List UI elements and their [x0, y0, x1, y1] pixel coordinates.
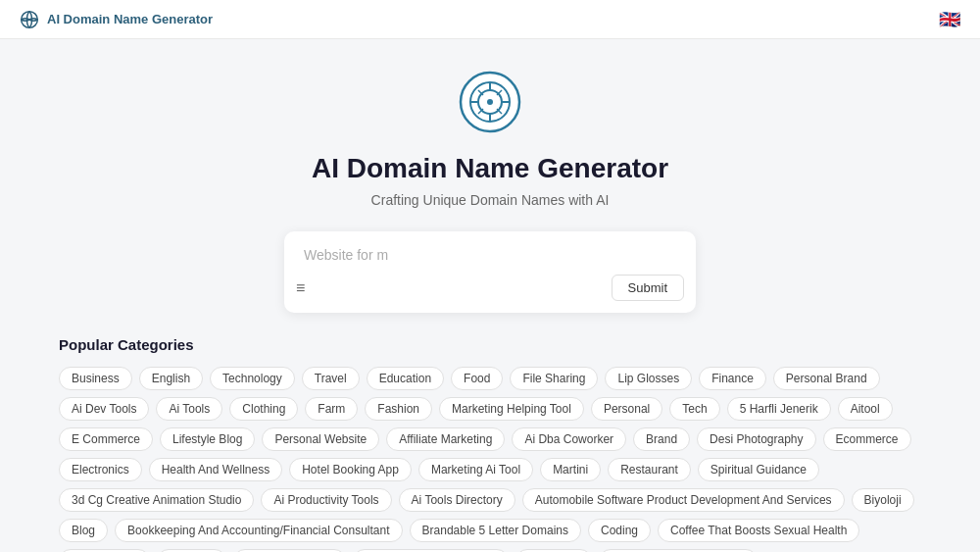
tag-item[interactable]: Lip Glosses [605, 367, 692, 390]
tag-item[interactable]: Electronics [59, 458, 142, 481]
tag-item[interactable]: Brandable 5 Letter Domains [410, 519, 581, 542]
tag-item[interactable]: Farm [305, 397, 358, 421]
search-box: ≡ Submit [284, 231, 696, 313]
tag-item[interactable]: Affiliate Marketing [386, 427, 505, 451]
tag-item[interactable]: Health And Wellness [149, 458, 283, 481]
tag-item[interactable]: Brand [633, 427, 690, 451]
tag-item[interactable]: Aitool [838, 397, 893, 421]
header: AI Domain Name Generator 🇬🇧 [0, 0, 980, 39]
tag-item[interactable]: Hotel Booking App [289, 458, 412, 481]
language-flag[interactable]: 🇬🇧 [939, 9, 960, 30]
tag-item[interactable]: Food [451, 367, 503, 390]
search-footer: ≡ Submit [296, 275, 684, 301]
tag-item[interactable]: File Sharing [510, 367, 598, 390]
hero-title: AI Domain Name Generator [20, 153, 960, 184]
hero-icon [459, 71, 521, 133]
tag-item[interactable]: Ai Tools Directory [399, 488, 515, 512]
tag-item[interactable]: Martini [540, 458, 601, 481]
tag-item[interactable]: Clothing [229, 397, 298, 421]
categories-title: Popular Categories [59, 336, 921, 353]
tag-item[interactable]: Ai Dba Coworker [512, 427, 626, 451]
tag-item[interactable]: Marketing Helping Tool [439, 397, 584, 421]
tag-item[interactable]: Bookkeeping And Accounting/Financial Con… [115, 519, 403, 542]
tag-item[interactable]: Desi Photography [697, 427, 815, 451]
tag-item[interactable]: Automobile Software Product Development … [522, 488, 845, 512]
tag-item[interactable]: Ecommerce [823, 427, 911, 451]
tag-item[interactable]: Coding [588, 519, 651, 542]
tag-item[interactable]: Ai Tools [156, 397, 222, 421]
tag-item[interactable]: Personal [591, 397, 662, 421]
tag-item[interactable]: Travel [302, 367, 360, 390]
hero-section: AI Domain Name Generator Crafting Unique… [0, 39, 980, 336]
tag-item[interactable]: Business [59, 367, 132, 390]
header-title: AI Domain Name Generator [47, 12, 213, 26]
tag-item[interactable]: Personal Brand [773, 367, 880, 390]
submit-button[interactable]: Submit [612, 275, 684, 301]
tag-item[interactable]: Technology [210, 367, 295, 390]
tag-item[interactable]: Lifestyle Blog [160, 427, 255, 451]
header-logo[interactable]: AI Domain Name Generator [20, 10, 213, 29]
tag-item[interactable]: Spiritual Guidance [698, 458, 819, 481]
tag-item[interactable]: Tech [669, 397, 719, 421]
tag-item[interactable]: Ai Dev Tools [59, 397, 149, 421]
filter-icon[interactable]: ≡ [296, 279, 305, 297]
tags-container: BusinessEnglishTechnologyTravelEducation… [59, 367, 921, 552]
tag-item[interactable]: 5 Harfli Jenerik [727, 397, 831, 421]
tag-item[interactable]: Ai Productivity Tools [261, 488, 391, 512]
search-input[interactable] [296, 243, 684, 267]
tag-item[interactable]: Restaurant [608, 458, 691, 481]
tag-item[interactable]: Biyoloji [852, 488, 914, 512]
tag-item[interactable]: English [139, 367, 203, 390]
tag-item[interactable]: Coffee That Boosts Sexual Health [658, 519, 859, 542]
tag-item[interactable]: Blog [59, 519, 108, 542]
categories-section: Popular Categories BusinessEnglishTechno… [39, 336, 941, 552]
tag-item[interactable]: Education [367, 367, 444, 390]
tag-item[interactable]: Personal Website [262, 427, 379, 451]
logo-icon [20, 10, 39, 29]
tag-item[interactable]: Finance [699, 367, 766, 390]
hero-subtitle: Crafting Unique Domain Names with AI [20, 192, 960, 208]
svg-point-8 [487, 99, 493, 105]
tag-item[interactable]: Fashion [365, 397, 432, 421]
tag-item[interactable]: Marketing Ai Tool [418, 458, 533, 481]
tag-item[interactable]: E Commerce [59, 427, 153, 451]
tag-item[interactable]: 3d Cg Creative Animation Studio [59, 488, 254, 512]
